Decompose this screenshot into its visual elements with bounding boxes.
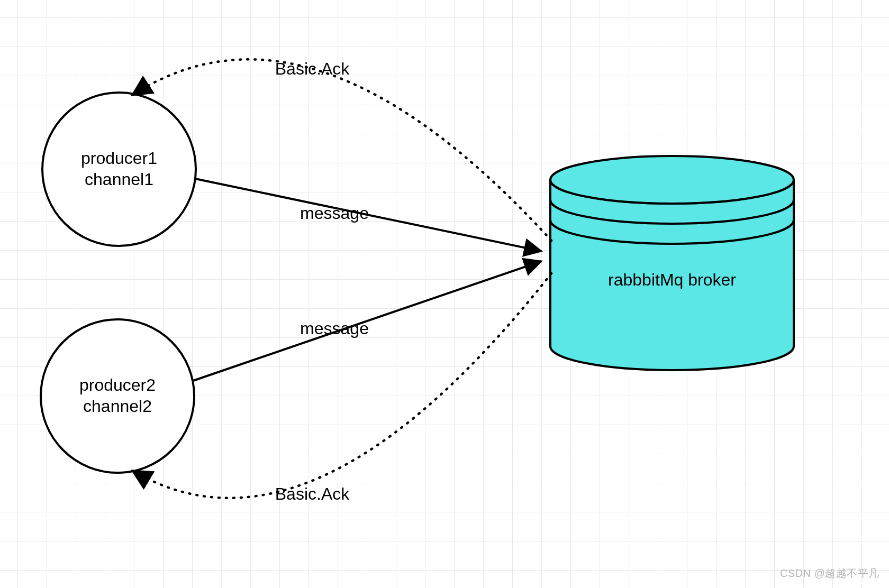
svg-point-0	[550, 156, 794, 204]
broker-label: rabbbitMq broker	[608, 270, 736, 289]
producer1-line1: producer1	[81, 149, 157, 168]
diagram-canvas: rabbbitMq broker producer1 channel1 prod…	[0, 0, 889, 588]
edge-ack-2-label: Basic.Ack	[275, 484, 350, 503]
edge-ack-1-label: Basic.Ack	[275, 59, 350, 78]
producer1-line2: channel1	[85, 170, 153, 189]
edge-message-1-label: message	[300, 204, 369, 223]
producer1-node: producer1 channel1	[42, 93, 196, 246]
svg-point-2	[41, 319, 194, 473]
producer2-node: producer2 channel2	[41, 319, 194, 473]
edge-message-2-label: message	[300, 319, 369, 338]
producer2-line2: channel2	[83, 397, 152, 416]
svg-point-1	[42, 93, 196, 246]
edge-ack-2: Basic.Ack	[132, 273, 551, 503]
producer2-line1: producer2	[79, 375, 156, 394]
edge-message-2: message	[193, 261, 541, 381]
edge-message-1: message	[195, 179, 541, 251]
watermark: CSDN @超越不平凡	[780, 566, 879, 581]
broker-node: rabbbitMq broker	[550, 156, 794, 370]
